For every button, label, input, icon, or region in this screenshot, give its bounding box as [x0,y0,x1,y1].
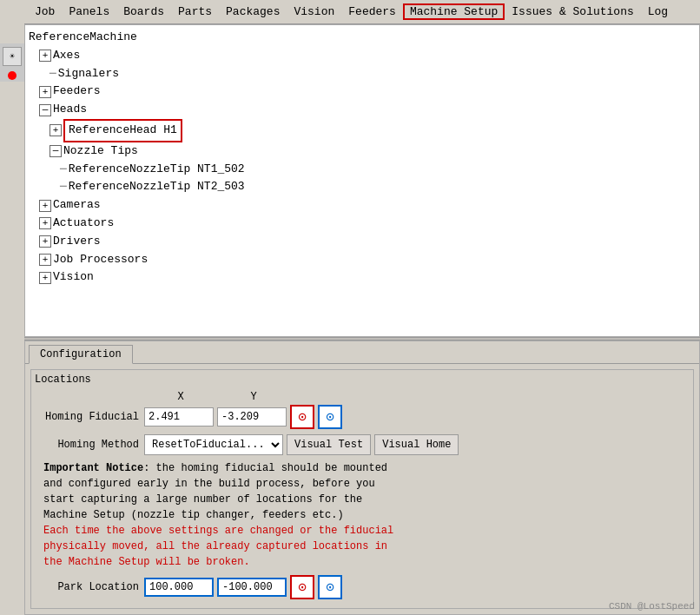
cameras-expand-icon[interactable]: + [39,200,51,212]
tree-referencehead[interactable]: + ReferenceHead H1 [29,119,696,142]
target-red-icon: ⊙ [298,408,307,426]
menu-job[interactable]: Job [28,3,62,20]
tree-signalers[interactable]: ─ Signalers [29,65,696,83]
homing-fiducial-goto-btn[interactable]: ⊙ [318,405,342,429]
menu-packages[interactable]: Packages [219,3,287,20]
tree-nozzletip1[interactable]: ─ ReferenceNozzleTip NT1_502 [29,161,696,179]
signalers-label: Signalers [58,65,119,83]
jobprocessors-expand-icon[interactable]: + [39,254,51,266]
y-header: Y [217,391,290,403]
tree-root-item[interactable]: ReferenceMachine [29,29,696,47]
homing-method-select[interactable]: ResetToFiducial... [144,434,283,455]
menu-bar: Job Panels Boards Parts Packages Vision … [24,0,700,24]
park-capture-btn[interactable]: ⊙ [290,575,314,599]
nozzletip1-label: ReferenceNozzleTip NT1_502 [69,161,245,179]
referencehead-label: ReferenceHead H1 [63,119,182,142]
jobprocessors-label: Job Processors [53,251,148,269]
homing-method-label: Homing Method [35,439,139,451]
tree-root-label: ReferenceMachine [29,29,137,47]
tree-axes[interactable]: + Axes [29,47,696,65]
left-icon-1[interactable]: ☀ [3,47,22,66]
visual-home-btn[interactable]: Visual Home [374,434,459,455]
watermark: CSDN @LostSpeed [609,601,695,612]
menu-issues[interactable]: Issues & Solutions [505,3,640,20]
signalers-dash: ─ [50,65,56,83]
feeders-label: Feeders [53,83,101,101]
heads-expand-icon[interactable]: ─ [39,104,51,116]
notice-red1: Each time the above settings are changed… [43,525,393,537]
tree-nozzletip2[interactable]: ─ ReferenceNozzleTip NT2_503 [29,178,696,196]
axes-label: Axes [53,47,80,65]
tab-configuration[interactable]: Configuration [29,345,133,364]
xy-header: X Y [144,391,690,403]
homing-fiducial-x[interactable] [144,407,214,427]
tree-drivers[interactable]: + Drivers [29,233,696,251]
menu-log[interactable]: Log [641,3,675,20]
notice-bold: Important Notice [43,462,143,474]
nozzletips-expand-icon[interactable]: ─ [50,145,62,157]
drivers-expand-icon[interactable]: + [39,235,51,248]
tree-root: ReferenceMachine + Axes ─ Signalers + Fe… [29,29,696,287]
nozzletip2-dash: ─ [60,178,67,196]
notice-red2: physically moved, all the already captur… [43,540,387,552]
tree-feeders[interactable]: + Feeders [29,83,696,101]
park-target-blue-icon: ⊙ [326,579,334,596]
visual-test-btn[interactable]: Visual Test [287,434,371,455]
target-blue-icon: ⊙ [326,408,334,426]
menu-boards[interactable]: Boards [116,3,171,20]
axes-expand-icon[interactable]: + [39,50,51,62]
left-status-dot [8,71,17,80]
menu-machine-setup[interactable]: Machine Setup [403,3,505,20]
notice-text2: and configured early in the build proces… [43,478,375,490]
homing-fiducial-y[interactable] [217,407,287,427]
left-sidebar: ☀ [0,43,24,82]
drivers-label: Drivers [53,233,101,251]
actuators-label: Actuators [53,215,114,233]
heads-label: Heads [53,101,87,119]
feeders-expand-icon[interactable]: + [39,86,51,98]
park-target-red-icon: ⊙ [298,579,307,596]
nozzletip2-label: ReferenceNozzleTip NT2_503 [69,178,245,196]
notice-text4: Machine Setup (nozzle tip changer, feede… [43,509,344,521]
homing-fiducial-capture-btn[interactable]: ⊙ [290,405,314,429]
config-tabs: Configuration [25,341,699,364]
homing-method-row: Homing Method ResetToFiducial... Visual … [35,434,690,455]
notice-red3: the Machine Setup will be broken. [43,556,250,568]
config-body: Locations X Y Homing Fiducial ⊙ ⊙ [25,364,699,615]
notice-text1: : the homing fiducial should be mounted [143,462,387,474]
park-goto-btn[interactable]: ⊙ [318,575,342,599]
main-container: Job Panels Boards Parts Packages Vision … [24,0,700,615]
park-location-x[interactable] [144,578,214,597]
homing-fiducial-row: Homing Fiducial ⊙ ⊙ [35,405,690,429]
park-location-row: Park Location ⊙ ⊙ [35,575,690,599]
homing-fiducial-label: Homing Fiducial [35,411,139,423]
menu-parts[interactable]: Parts [171,3,219,20]
locations-title: Locations [35,374,690,386]
nozzletips-label: Nozzle Tips [63,142,138,161]
park-location-y[interactable] [217,578,287,597]
tree-jobprocessors[interactable]: + Job Processors [29,251,696,269]
cameras-label: Cameras [53,196,101,215]
tab-configuration-label: Configuration [40,348,122,360]
notice-text3: start capturing a large number of locati… [43,493,362,506]
menu-feeders[interactable]: Feeders [341,3,403,20]
park-location-label: Park Location [35,581,139,593]
referencehead-expand-icon[interactable]: + [50,124,62,136]
x-header: X [144,391,217,403]
tree-heads[interactable]: ─ Heads [29,101,696,119]
menu-panels[interactable]: Panels [62,3,116,20]
config-panel: Configuration Locations X Y Homing Fiduc… [24,341,700,615]
notice-box: Important Notice: the homing fiducial sh… [43,460,530,570]
actuators-expand-icon[interactable]: + [39,217,51,229]
locations-section: Locations X Y Homing Fiducial ⊙ ⊙ [30,369,694,609]
tree-actuators[interactable]: + Actuators [29,215,696,233]
tree-cameras[interactable]: + Cameras [29,196,696,215]
vision-label: Vision [53,268,94,287]
tree-vision[interactable]: + Vision [29,268,696,287]
vision-expand-icon[interactable]: + [39,272,51,284]
menu-vision[interactable]: Vision [287,3,341,20]
machine-tree-panel: ReferenceMachine + Axes ─ Signalers + Fe… [24,24,700,337]
tree-nozzletips[interactable]: ─ Nozzle Tips [29,142,696,161]
nozzletip1-dash: ─ [60,161,67,179]
